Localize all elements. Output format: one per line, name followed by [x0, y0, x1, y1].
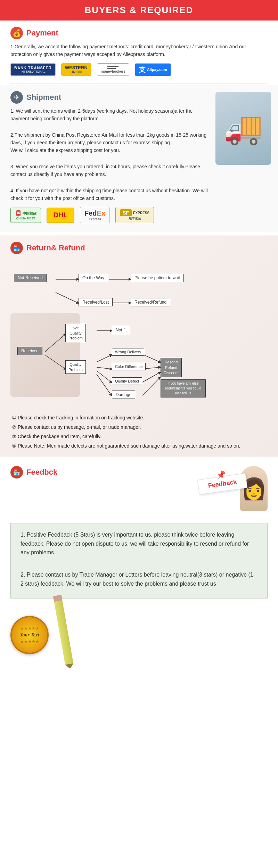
- page-header: BUYERS & REQUIRED: [0, 0, 278, 21]
- seal-stars-bottom: ★★★★★: [20, 639, 39, 644]
- feedback-card-text: Feedback: [204, 478, 241, 490]
- svg-line-9: [97, 371, 111, 382]
- shipment-para-2: 2.The shipment by China Post Registered …: [10, 131, 212, 154]
- payment-heading: Payment: [26, 29, 58, 38]
- svg-line-13: [142, 372, 160, 382]
- payment-title-row: 💰 Payment: [10, 27, 268, 39]
- return-content: 🏪 Return& Refund: [10, 242, 268, 450]
- feedback-heading: Feedbck: [26, 468, 57, 477]
- seal-circle: ★★★★★ Your Text ★★★★★: [10, 616, 49, 654]
- shipment-para-4: 4. If you have not got it within the shi…: [10, 187, 212, 202]
- sf-logo: SF EXPRESS 顺丰速运: [115, 207, 154, 223]
- patient-box: Please be patient to wait: [131, 274, 184, 282]
- bank-transfer-logo: BANK TRANSFERINTERNATIONAL: [10, 63, 56, 76]
- pencil-decoration: [53, 595, 73, 665]
- feedback-header: 🏪 Feedbck 👩 Feedback: [10, 466, 268, 518]
- svg-line-1: [56, 292, 78, 303]
- shipment-section: 🚚 ✈ Shipment 1. We will sent the items w…: [0, 85, 278, 233]
- not-quality-box: NotQualityProblem: [65, 324, 86, 342]
- received-refund-box: Received/Refund: [131, 298, 170, 306]
- alipay-logo: 支 Alipay.com: [135, 63, 171, 76]
- received-lost-box: Received/Lost: [79, 298, 113, 306]
- damage-box: Damage: [112, 391, 135, 399]
- quality-defect-box: Quality Defect: [112, 377, 142, 385]
- note-1: ① Please check the tracking in formation…: [10, 414, 268, 421]
- wrong-delivery-box: Wrong Delivery: [112, 348, 144, 356]
- feedback-icon: 🏪: [10, 466, 23, 479]
- dhl-logo: DHL: [47, 208, 74, 223]
- not-fit-box: Not fit: [112, 326, 130, 334]
- else-req-box: If you have any else requirements you co…: [161, 379, 206, 397]
- note-3: ③ Check the package and Item, carefully.: [10, 433, 268, 440]
- svg-line-14: [142, 378, 160, 395]
- feedback-image: 👩 Feedback: [198, 466, 268, 518]
- return-notes: ① Please check the tracking in formation…: [10, 414, 268, 450]
- feedback-para-2: 2. Please contact us by Trade Manager or…: [21, 570, 257, 588]
- feedback-title-col: 🏪 Feedbck: [10, 466, 57, 482]
- shipment-heading: Shipment: [26, 93, 61, 102]
- chinapost-logo: 📮 中国邮政 CHINA POST: [10, 208, 41, 223]
- shipment-text-block: 1. We will sent the items within 2-5days…: [10, 107, 212, 202]
- color-diff-box: Color Difference: [112, 363, 146, 370]
- bottom-area: ★★★★★ Your Text ★★★★★: [0, 602, 278, 668]
- seal-stars-top: ★★★★★: [20, 626, 39, 631]
- payment-section: 💰 Payment 1.Generally, we accept the fol…: [0, 21, 278, 82]
- feedback-section: 🏪 Feedbck 👩 Feedback 1. Positive Feedbac…: [0, 460, 278, 602]
- page-title: BUYERS & REQUIRED: [0, 5, 278, 16]
- feedback-person: 👩: [240, 466, 268, 511]
- moneybookers-logo: moneybookers: [97, 63, 129, 76]
- quality-problem-box: QualityProblem: [65, 360, 86, 374]
- svg-line-7: [97, 355, 111, 362]
- svg-line-10: [97, 374, 111, 395]
- resend-refund-box: ResendRefundDiscount: [161, 358, 182, 377]
- svg-line-5: [45, 355, 65, 369]
- feedback-para-1: 1. Positive Feedback (5 Stars) is very i…: [21, 530, 257, 557]
- received-box: Received: [17, 347, 42, 355]
- pencil-eraser: [53, 595, 62, 602]
- note-4: ④ Please Note: Men made defects are not …: [10, 442, 268, 450]
- shipment-para-1: 1. We will sent the items within 2-5days…: [10, 107, 212, 123]
- shipping-logos: 📮 中国邮政 CHINA POST DHL FedEx Express SF E…: [10, 207, 268, 223]
- flow-diagram: Not Received On the Way Please be patien…: [10, 258, 268, 411]
- note-2: ② Please contact us by meesage, e-mail, …: [10, 424, 268, 431]
- western-union-logo: WESTERN UNION: [61, 63, 91, 76]
- seal-text: Your Text: [20, 632, 39, 638]
- feedback-content-box: 1. Positive Feedback (5 Stars) is very i…: [10, 523, 268, 598]
- not-received-box: Not Received: [14, 274, 47, 282]
- return-title-row: 🏪 Return& Refund: [10, 242, 268, 254]
- feedback-title-row: 🏪 Feedbck: [10, 466, 57, 479]
- svg-line-4: [45, 334, 65, 352]
- shipment-icon: ✈: [10, 91, 23, 104]
- payment-logos: BANK TRANSFERINTERNATIONAL WESTERN UNION…: [10, 63, 268, 76]
- payment-text: 1.Generally, we accept the following pay…: [10, 43, 268, 58]
- shipment-para-3: 3. When you receive the items you ordere…: [10, 163, 212, 178]
- pencil-tip: [65, 663, 74, 668]
- svg-line-8: [97, 367, 111, 369]
- on-the-way-box: On the Way: [79, 274, 108, 282]
- return-heading: Return& Refund: [26, 243, 85, 252]
- return-icon: 🏪: [10, 242, 23, 254]
- return-section: 🏪 Return& Refund: [0, 235, 278, 457]
- payment-icon: 💰: [10, 27, 23, 39]
- fedex-logo: FedEx Express: [80, 207, 110, 223]
- delivery-image: 🚚: [215, 92, 271, 165]
- svg-line-11: [142, 354, 160, 362]
